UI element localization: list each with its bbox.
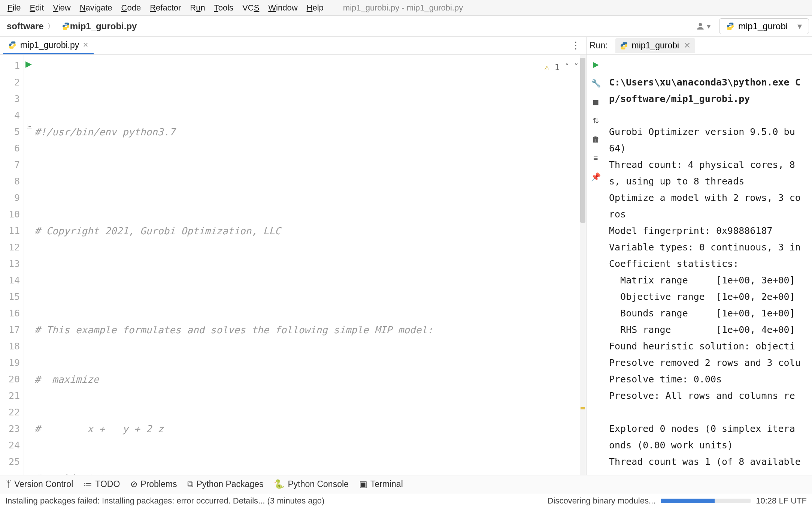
prev-highlight-icon[interactable]: ˄	[565, 59, 569, 76]
close-tab-icon[interactable]: ✕	[83, 41, 88, 49]
menu-vcs[interactable]: VCS	[238, 1, 264, 14]
editor-tab-label: mip1_gurobi.py	[20, 40, 79, 50]
chevron-right-icon: 〉	[48, 22, 54, 31]
progress-fill	[661, 499, 715, 503]
inspection-widget[interactable]: ⚠ 1 ˄ ˅	[545, 59, 579, 76]
terminal-icon: ▣	[359, 479, 367, 489]
menu-tools[interactable]: Tools	[210, 1, 238, 14]
menu-bar: File Edit View Navigate Code Refactor Ru…	[0, 0, 812, 16]
main-area: mip1_gurobi.py ✕ ⋮ ▶ 1234 5678 9101112 1…	[0, 37, 812, 475]
warning-icon: ⚠	[545, 59, 549, 76]
tab-python-packages[interactable]: ⧉Python Packages	[187, 479, 263, 489]
code-line: # Copyright 2021, Gurobi Optimization, L…	[34, 225, 281, 237]
output-line: onds (0.00 work units)	[609, 440, 733, 451]
trash-icon[interactable]: 🗑	[590, 133, 602, 145]
tab-todo[interactable]: ≔TODO	[84, 479, 120, 489]
code-line: # maximize	[34, 374, 99, 385]
scrollbar-marker-warning[interactable]	[581, 407, 585, 409]
breadcrumb-file-label: mip1_gurobi.py	[70, 21, 137, 31]
menu-file[interactable]: File	[3, 1, 25, 14]
list-icon: ≔	[84, 479, 92, 489]
output-line: Presolve time: 0.00s	[609, 374, 722, 385]
output-line: Thread count: 4 physical cores, 8	[609, 159, 795, 170]
tab-label: Terminal	[370, 479, 403, 489]
tab-terminal[interactable]: ▣Terminal	[359, 479, 403, 489]
menu-edit[interactable]: Edit	[25, 1, 48, 14]
scrollbar-thumb[interactable]	[580, 58, 585, 223]
close-tab-icon[interactable]: ✕	[684, 40, 691, 51]
tab-problems[interactable]: ⊘Problems	[130, 479, 177, 489]
pin-icon[interactable]: 📌	[590, 171, 602, 183]
python-icon	[726, 22, 734, 30]
editor-panel: mip1_gurobi.py ✕ ⋮ ▶ 1234 5678 9101112 1…	[0, 37, 587, 475]
python-file-icon	[62, 22, 70, 30]
warning-count: 1	[555, 59, 560, 76]
wrench-icon[interactable]: 🔧	[590, 77, 602, 89]
tab-label: Python Console	[288, 479, 348, 489]
chevron-down-icon: ▾	[707, 22, 711, 31]
progress-bar[interactable]	[661, 499, 751, 503]
soft-wrap-icon[interactable]: ≡	[590, 152, 602, 164]
run-tool-window: Run: mip1_gurobi ✕ ▶ 🔧 ◼ ⇅ 🗑 ≡ 📌 C:\User…	[587, 37, 812, 475]
output-line: p/software/mip1_gurobi.py	[609, 93, 750, 104]
nav-bar: software 〉 mip1_gurobi.py ▾ mip1_gurobi …	[0, 16, 812, 37]
code-line: #!/usr/bin/env python3.7	[34, 126, 175, 138]
background-task-label[interactable]: Discovering binary modules...	[548, 496, 656, 506]
output-line: RHS range [1e+00, 4e+00]	[609, 324, 795, 335]
code-area[interactable]: ⚠ 1 ˄ ˅ −#!/usr/bin/env python3.7 # Copy…	[24, 55, 586, 475]
output-line: Coefficient statistics:	[609, 258, 739, 269]
status-caret-info[interactable]: 10:28 LF UTF	[756, 496, 807, 506]
fold-indicator[interactable]: −	[27, 124, 32, 129]
editor-tab-active[interactable]: mip1_gurobi.py ✕	[3, 37, 94, 54]
bottom-toolwindow-bar: ᛘVersion Control ≔TODO ⊘Problems ⧉Python…	[0, 475, 812, 493]
tab-label: TODO	[95, 479, 120, 489]
menu-code[interactable]: Code	[117, 1, 146, 14]
menu-navigate[interactable]: Navigate	[75, 1, 117, 14]
status-message[interactable]: Installing packages failed: Installing p…	[5, 496, 324, 506]
status-bar: Installing packages failed: Installing p…	[0, 493, 812, 508]
user-icon	[696, 21, 705, 31]
output-line: Presolve: All rows and columns re	[609, 390, 795, 401]
code-line: # subject to	[34, 473, 111, 475]
output-line: Optimize a model with 2 rows, 3 co	[609, 192, 801, 203]
breadcrumb-root[interactable]: software 〉	[3, 19, 58, 33]
output-line: ros	[609, 209, 626, 220]
code-line	[34, 173, 586, 190]
tab-version-control[interactable]: ᛘVersion Control	[6, 479, 73, 489]
python-icon	[620, 42, 628, 50]
breadcrumb-file[interactable]: mip1_gurobi.py	[58, 19, 141, 33]
menu-run[interactable]: Run	[185, 1, 209, 14]
menu-view[interactable]: View	[48, 1, 75, 14]
tab-python-console[interactable]: 🐍Python Console	[274, 479, 348, 489]
rerun-button[interactable]: ▶	[590, 58, 602, 70]
run-tab-active[interactable]: mip1_gurobi ✕	[615, 38, 696, 53]
tab-label: Python Packages	[196, 479, 263, 489]
run-output[interactable]: C:\Users\xu\anaconda3\python.exe C p/sof…	[605, 55, 812, 475]
editor-tab-more-icon[interactable]: ⋮	[571, 40, 581, 51]
package-icon: ⧉	[187, 479, 193, 489]
output-line: C:\Users\xu\anaconda3\python.exe C	[609, 77, 801, 88]
add-configuration-user-icon[interactable]: ▾	[692, 19, 715, 33]
menu-refactor[interactable]: Refactor	[145, 1, 185, 14]
code-line: # This example formulates and solves the…	[34, 324, 433, 336]
run-label: Run:	[590, 40, 608, 51]
menu-window[interactable]: Window	[264, 1, 302, 14]
run-config-label: mip1_gurobi	[738, 21, 788, 31]
output-line: Explored 0 nodes (0 simplex itera	[609, 423, 795, 434]
layout-icon[interactable]: ⇅	[590, 115, 602, 127]
run-configuration-selector[interactable]: mip1_gurobi ▾	[719, 18, 809, 34]
menu-help[interactable]: Help	[302, 1, 328, 14]
editor-gutter: 1234 5678 9101112 1314151617 18192021 22…	[0, 55, 24, 475]
chevron-down-icon: ▾	[797, 21, 802, 31]
output-line: Matrix range [1e+00, 3e+00]	[609, 275, 795, 286]
stop-button[interactable]: ◼	[590, 96, 602, 108]
output-line: Found heuristic solution: objecti	[609, 341, 795, 352]
breadcrumb-root-label: software	[7, 21, 44, 31]
run-tab-label: mip1_gurobi	[632, 40, 679, 51]
output-line: Bounds range [1e+00, 1e+00]	[609, 308, 795, 319]
tab-label: Version Control	[14, 479, 73, 489]
next-highlight-icon[interactable]: ˅	[574, 59, 578, 76]
svg-point-2	[699, 23, 702, 26]
editor-scrollbar[interactable]	[580, 55, 586, 475]
run-body: ▶ 🔧 ◼ ⇅ 🗑 ≡ 📌 C:\Users\xu\anaconda3\pyth…	[587, 55, 812, 475]
